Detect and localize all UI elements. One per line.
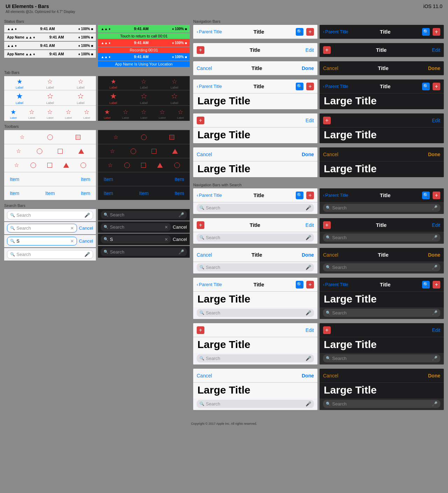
toolbar-item-label[interactable]: Item — [139, 190, 148, 196]
search-action-icon[interactable]: 🔍 — [422, 281, 430, 289]
tab-item[interactable]: ✫Label — [159, 108, 166, 119]
edit-button[interactable]: Edit — [432, 118, 440, 123]
tab-item[interactable]: ✫Label — [177, 108, 184, 119]
tab-item[interactable]: ✫Label — [140, 78, 148, 89]
plus-icon[interactable]: + — [323, 117, 331, 124]
clear-icon[interactable]: ✕ — [164, 237, 168, 242]
nav-back-button[interactable]: ‹ Parent Title — [197, 282, 222, 287]
edit-button[interactable]: Edit — [306, 327, 314, 333]
cancel-button[interactable]: Cancel — [323, 252, 338, 258]
search-value[interactable]: S — [110, 237, 113, 242]
tab-item[interactable]: ✫Label — [65, 108, 72, 119]
toolbar-item-label[interactable]: Item — [81, 190, 90, 196]
search-action-icon[interactable]: 🔍 — [422, 83, 430, 90]
cancel-button[interactable]: Cancel — [173, 237, 187, 242]
nav-card-search-cancel-done-dark: Cancel Title Done 🔍 Search 🎤 — [320, 248, 444, 273]
plus-icon[interactable]: + — [323, 221, 331, 229]
edit-button[interactable]: Edit — [306, 118, 314, 123]
tab-item[interactable]: ✫Label — [46, 78, 54, 89]
tab-item[interactable]: ✫Label — [83, 108, 90, 119]
cancel-button[interactable]: Cancel — [197, 252, 212, 258]
add-action-icon[interactable]: + — [433, 281, 440, 289]
nav-back-button[interactable]: ‹ Parent Title — [197, 193, 222, 198]
tab-item[interactable]: ✫Label — [140, 108, 147, 119]
toolbar-item-label[interactable]: Item — [45, 190, 55, 196]
done-button[interactable]: Done — [302, 65, 314, 71]
plus-icon[interactable]: + — [323, 326, 331, 334]
add-action-icon[interactable]: + — [306, 192, 314, 199]
cancel-button[interactable]: Cancel — [173, 224, 187, 230]
search-action-icon[interactable]: 🔍 — [296, 281, 303, 289]
toolbar-item-label[interactable]: Item — [104, 176, 113, 182]
tab-item[interactable]: ★Label — [110, 92, 117, 105]
tab-item[interactable]: ★Label — [16, 78, 23, 89]
cancel-button[interactable]: Cancel — [323, 373, 338, 379]
edit-button[interactable]: Edit — [432, 327, 440, 333]
toolbar-item-label[interactable]: Item — [104, 190, 113, 196]
tab-item[interactable]: ★Label — [10, 108, 17, 119]
edit-button[interactable]: Edit — [306, 222, 314, 228]
add-action-icon[interactable]: + — [306, 28, 314, 36]
plus-icon[interactable]: + — [197, 221, 204, 229]
done-button[interactable]: Done — [428, 152, 440, 157]
done-button[interactable]: Done — [428, 65, 440, 71]
add-action-icon[interactable]: + — [433, 28, 440, 36]
toolbar-item-label[interactable]: Item — [10, 190, 19, 196]
plus-icon[interactable]: + — [197, 46, 204, 54]
edit-button[interactable]: Edit — [306, 47, 314, 53]
add-action-icon[interactable]: + — [433, 83, 440, 90]
tab-item[interactable]: ✫Label — [46, 92, 54, 105]
toolbar-item-label[interactable]: Item — [10, 176, 19, 182]
tab-item[interactable]: ✫Label — [77, 78, 84, 89]
toolbar-item-label[interactable]: Item — [81, 176, 90, 182]
nav-back-button[interactable]: ‹ Parent Title — [197, 29, 222, 34]
clear-icon[interactable]: ✕ — [164, 225, 168, 230]
search-action-icon[interactable]: 🔍 — [422, 192, 430, 199]
toolbar-item-label[interactable]: Item — [175, 176, 184, 182]
search-action-icon[interactable]: 🔍 — [296, 192, 303, 199]
plus-icon[interactable]: + — [323, 46, 331, 54]
nav-back-button[interactable]: ‹ Parent Title — [323, 282, 348, 287]
cancel-button[interactable]: Cancel — [79, 238, 93, 244]
cancel-button[interactable]: Cancel — [323, 65, 338, 71]
add-action-icon[interactable]: + — [306, 281, 314, 289]
search-value[interactable]: S — [16, 238, 20, 244]
tab-item[interactable]: ✫Label — [140, 92, 148, 105]
tab-item[interactable]: ✫Label — [28, 108, 35, 119]
tab-item[interactable]: ★Label — [16, 92, 23, 105]
tab-item[interactable]: ✫Label — [170, 78, 178, 89]
plus-icon[interactable]: + — [197, 117, 204, 124]
nav-back-button[interactable]: ‹ Parent Title — [323, 29, 348, 34]
tab-item[interactable]: ✫Label — [77, 92, 84, 105]
clear-icon[interactable]: ✕ — [70, 226, 74, 231]
nav-back-button[interactable]: ‹ Parent Title — [323, 84, 348, 89]
edit-button[interactable]: Edit — [432, 222, 440, 228]
cancel-button[interactable]: Cancel — [197, 65, 212, 71]
tab-item[interactable]: ★Label — [110, 78, 117, 89]
toolbar-item-label[interactable]: Item — [175, 190, 184, 196]
search-action-icon[interactable]: 🔍 — [422, 28, 430, 36]
nav-back-button[interactable]: ‹ Parent Title — [323, 193, 348, 198]
done-button[interactable]: Done — [428, 252, 440, 258]
add-action-icon[interactable]: + — [306, 83, 314, 90]
cancel-button[interactable]: Cancel — [197, 373, 212, 379]
done-button[interactable]: Done — [302, 252, 314, 258]
tab-item[interactable]: ✫Label — [170, 92, 178, 105]
tab-item[interactable]: ★Label — [104, 108, 111, 119]
search-action-icon[interactable]: 🔍 — [296, 83, 303, 90]
done-button[interactable]: Done — [302, 373, 314, 379]
tab-item[interactable]: ✫Label — [122, 108, 129, 119]
tab-bars-light: ★Label ✫Label ✫Label ★Label ✫Label ✫Labe… — [4, 76, 96, 121]
done-button[interactable]: Done — [302, 152, 314, 157]
cancel-button[interactable]: Cancel — [323, 152, 338, 157]
nav-back-button[interactable]: ‹ Parent Title — [197, 84, 222, 89]
done-button[interactable]: Done — [428, 373, 440, 379]
add-action-icon[interactable]: + — [433, 192, 440, 199]
cancel-button[interactable]: Cancel — [79, 225, 93, 231]
clear-icon[interactable]: ✕ — [70, 239, 74, 244]
plus-icon[interactable]: + — [197, 326, 204, 334]
tab-item[interactable]: ✫Label — [47, 108, 54, 119]
edit-button[interactable]: Edit — [432, 47, 440, 53]
search-action-icon[interactable]: 🔍 — [296, 28, 303, 36]
cancel-button[interactable]: Cancel — [197, 152, 212, 157]
